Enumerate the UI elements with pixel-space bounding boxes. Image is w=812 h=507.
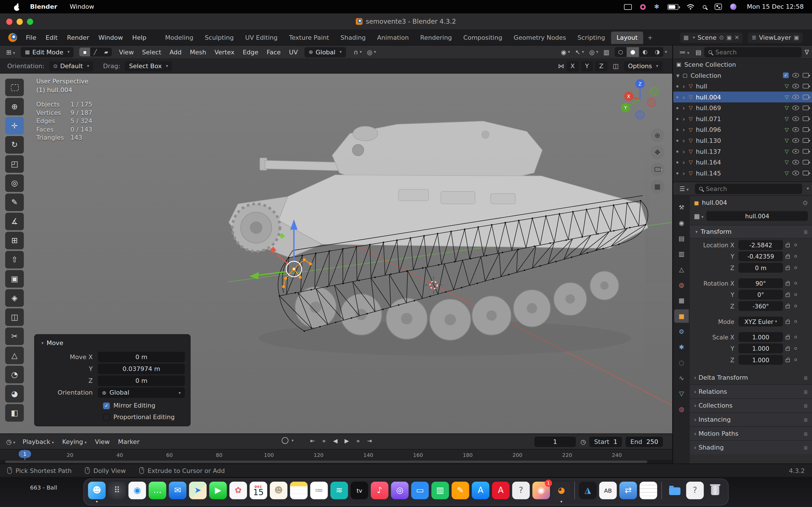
dock-icon-affinity[interactable]: ◮ xyxy=(579,482,596,502)
transform-section-header[interactable]: ▾Transform≣ xyxy=(690,226,812,238)
dock-icon-apple-tv[interactable]: tv xyxy=(350,482,368,502)
hide-in-viewport-icon[interactable] xyxy=(792,127,799,132)
start-frame-field[interactable]: Start1 xyxy=(590,436,622,447)
hide-in-viewport-icon[interactable] xyxy=(792,149,799,154)
object-browse-icon[interactable]: ▦▾ xyxy=(694,212,703,220)
dock-icon-fitness[interactable]: ≋ xyxy=(331,482,348,502)
hide-in-viewport-icon[interactable] xyxy=(792,84,799,89)
outliner-scene-collection[interactable]: ▣ Scene Collection xyxy=(673,59,812,70)
blender-logo-icon[interactable] xyxy=(8,33,17,42)
lock-icon[interactable] xyxy=(783,254,792,259)
mirror-axis-y[interactable]: Y xyxy=(581,61,593,71)
workspace-tab-animation[interactable]: Animation xyxy=(371,31,414,44)
lock-icon[interactable] xyxy=(783,242,792,247)
dock-icon-downloads[interactable] xyxy=(666,482,683,502)
dock-icon-contacts[interactable]: ☻ xyxy=(270,482,287,502)
rotation-mode-dropdown[interactable]: XYZ Euler▾ xyxy=(739,317,783,327)
animate-dot[interactable] xyxy=(795,267,797,269)
panel-relations[interactable]: ›Relations≣ xyxy=(690,385,812,399)
expand-icon[interactable]: › xyxy=(682,159,689,166)
gizmos-icon[interactable]: ↖ xyxy=(575,48,580,56)
transform-field-rotation-x[interactable]: 90° xyxy=(739,278,783,288)
transport-play-reverse[interactable]: ◀ xyxy=(331,436,340,447)
panel-grip-icon[interactable]: ≣ xyxy=(804,445,808,450)
tool-spin[interactable]: ◔ xyxy=(5,366,24,383)
panel-instancing[interactable]: ›Instancing≣ xyxy=(690,412,812,427)
outliner-item-hull-004[interactable]: ›▽hull.004▽ xyxy=(673,92,812,103)
disable-in-renders-icon[interactable] xyxy=(803,116,809,121)
control-center-icon[interactable] xyxy=(715,4,722,10)
expand-icon[interactable]: › xyxy=(682,137,689,144)
transform-field-y[interactable]: 1.000 xyxy=(739,344,783,353)
dock-icon-reminders[interactable]: ≔ xyxy=(310,482,327,502)
outliner-item-hull-137[interactable]: ›▽hull.137▽ xyxy=(673,146,812,157)
workspace-tab-geometry-nodes[interactable]: Geometry Nodes xyxy=(508,31,572,44)
expand-icon[interactable]: › xyxy=(682,94,689,101)
dock-icon-numbers[interactable]: ▥ xyxy=(432,482,449,502)
transport-jump-to-start[interactable]: ⇤ xyxy=(308,436,317,447)
dock-icon-quick-help[interactable]: ? xyxy=(686,482,704,502)
shading-material-button[interactable]: ◐ xyxy=(639,47,651,57)
orthographic-toggle-button[interactable]: ▦ xyxy=(651,179,665,193)
dock-icon-mail[interactable]: ✉ xyxy=(169,482,186,502)
dock-icon-podcasts[interactable]: ◎ xyxy=(391,482,409,502)
workspace-tab-shading[interactable]: Shading xyxy=(335,31,371,44)
panel-grip-icon[interactable]: ≣ xyxy=(804,375,808,381)
properties-tab-output[interactable]: ▤ xyxy=(674,232,689,245)
spotlight-icon[interactable] xyxy=(703,5,707,8)
show-objects-eye-icon[interactable]: ◉ xyxy=(561,48,566,56)
filter-icon[interactable]: ∇ xyxy=(805,48,809,56)
pin-scene-icon[interactable]: ⊙ xyxy=(719,34,724,41)
outliner-item-hull-130[interactable]: ›▽hull.130▽ xyxy=(673,135,812,146)
navigation-gizmo[interactable]: Z X Y xyxy=(610,73,670,127)
viewport-menu-mesh[interactable]: Mesh xyxy=(186,46,210,57)
recorder-status-icon[interactable] xyxy=(640,4,646,10)
mirror-axis-z[interactable]: Z xyxy=(595,61,608,71)
shading-rendered-button[interactable]: ◑ xyxy=(651,47,663,57)
move-orientation-dropdown[interactable]: ⊕Global▾ xyxy=(98,388,185,398)
dock-icon-help-viewer[interactable]: ? xyxy=(512,482,530,502)
tool-add-cube[interactable]: ⊞ xyxy=(5,232,24,249)
scene-selector[interactable]: ▦▾ Scene ⊙ ▣ ✕ xyxy=(680,33,743,43)
properties-editor-icon[interactable]: ☰▾ xyxy=(679,185,689,192)
outliner-item-hull[interactable]: ›▽hull▽ xyxy=(673,81,812,92)
dock-icon-notes[interactable] xyxy=(290,482,308,502)
editor-type-button[interactable]: ⊞▾ xyxy=(6,48,15,56)
lock-icon[interactable] xyxy=(783,357,792,362)
move-panel-header[interactable]: ▾Move xyxy=(40,338,185,350)
close-window-button[interactable] xyxy=(6,18,12,24)
properties-tab-material[interactable]: ◍ xyxy=(674,402,689,416)
animate-dot[interactable] xyxy=(795,358,797,361)
expand-icon[interactable]: › xyxy=(682,82,689,90)
outliner-item-hull-145[interactable]: ›▽hull.145▽ xyxy=(673,168,812,179)
disable-in-renders-icon[interactable] xyxy=(803,149,809,154)
animate-dot[interactable] xyxy=(795,293,797,296)
panel-grip-icon[interactable]: ≣ xyxy=(804,403,808,408)
collapse-icon[interactable]: ▾ xyxy=(676,71,682,79)
lock-icon[interactable] xyxy=(783,319,792,324)
vertex-select-button[interactable]: ▪ xyxy=(80,48,90,56)
shading-wireframe-button[interactable]: ○ xyxy=(614,47,626,57)
workspace-tab-texture-paint[interactable]: Texture Paint xyxy=(283,31,335,44)
properties-tab-world[interactable]: ◍ xyxy=(674,278,689,292)
view-layer-selector[interactable]: ≣ ViewLayer ▣ xyxy=(748,33,803,43)
dock-icon-font-tool[interactable]: AB xyxy=(599,482,617,502)
panel-grip-icon[interactable]: ≣ xyxy=(804,389,808,394)
zoom-window-button[interactable] xyxy=(27,18,33,24)
timeline-menu-playback[interactable]: Playback▾ xyxy=(18,436,58,447)
outliner-item-hull-071[interactable]: ›▽hull.071▽ xyxy=(673,113,812,124)
menu-window[interactable]: Window xyxy=(94,32,128,43)
pan-view-button[interactable]: ✥ xyxy=(651,145,665,159)
dock-icon-photos[interactable]: ✿ xyxy=(230,482,247,502)
dock-icon-maps[interactable]: ➤ xyxy=(189,482,206,502)
tool-poly-build[interactable]: △ xyxy=(5,347,24,364)
outliner-item-hull-164[interactable]: ›▽hull.164▽ xyxy=(673,157,812,168)
outliner-search-input[interactable]: Search xyxy=(705,47,802,57)
panel-shading[interactable]: ›Shading≣ xyxy=(690,440,812,454)
menu-render[interactable]: Render xyxy=(62,32,94,43)
mode-dropdown[interactable]: ▦Edit Mode▾ xyxy=(21,47,74,57)
app-menu-blender[interactable]: Blender xyxy=(30,3,57,10)
dock-icon-pages[interactable]: ✎ xyxy=(452,482,469,502)
panel-collections[interactable]: ›Collections≣ xyxy=(690,398,812,412)
animate-dot[interactable] xyxy=(795,255,797,258)
